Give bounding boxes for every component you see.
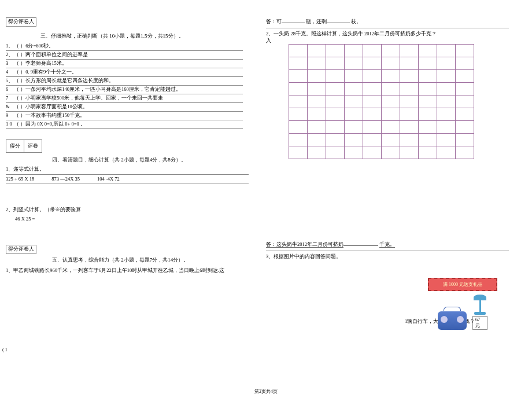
- promo-image: 满 1000 元送支礼品 67 元: [428, 278, 497, 330]
- sec4-sub1: 1、递等式计算。: [6, 166, 249, 173]
- judge-q8: &（ ）小明家客厅面积是10公顷。: [6, 103, 243, 112]
- judge-q9: 9（ ）一本故事书约重150千克。: [6, 112, 243, 120]
- judge-q4: 4（ ）0. 9里有9个十分之一。: [6, 68, 243, 77]
- promo-banner: 满 1000 元送支礼品: [428, 278, 497, 291]
- judge-q10: 1 0（ ）因为 0X 0=0,所以 0+ 0=0 。: [6, 120, 243, 129]
- sec4-sub2: 2、列竖式计算。（带※的要验算: [6, 207, 249, 214]
- radio-icon: [438, 311, 467, 330]
- section-5-title: 五、认真思考，综合能力（共 2小题，每题7分，共14分）。: [52, 256, 249, 264]
- answer-line-2: 答：这头奶牛2012年二月份可挤奶 千克。: [266, 240, 503, 248]
- judge-q6: 6（ ）一条河平均水深140厘米，一匹小马身高是160厘米，它肯定能趟过。: [6, 86, 243, 94]
- left-page-marker: ( 1: [2, 347, 8, 352]
- lamp-icon: 67 元: [472, 295, 487, 330]
- score-box-section4: 得分 评卷: [6, 139, 42, 153]
- answer-line-1: 答：可 瓶，还剩 枝。: [266, 17, 503, 25]
- page-footer: 第2页共4页: [254, 388, 278, 395]
- expression-row: 325 + 65 X 18 873 —24X 35 104 -4X 72: [6, 174, 249, 183]
- price-tag: 67 元: [472, 316, 487, 330]
- judge-q2: 2、（ ）两个面积单位之间的进率是: [6, 51, 243, 60]
- calculation-grid: [289, 45, 503, 159]
- judge-q7: 7（ ）小明家离学校500米，他每天上学、回家，一个来回一共要走: [6, 94, 243, 103]
- judge-q1: 1、（ ）6分=600秒。: [6, 42, 243, 51]
- score-grader-header: 得分评卷人: [6, 17, 36, 27]
- judge-q5: 5、（ ）长方形的周长就是它四条边长度的和。: [6, 77, 243, 86]
- question-3-title: 3、根据图片中的内容回答问题。: [266, 253, 503, 260]
- judge-q3: 3（ ）李老师身高15米。: [6, 60, 243, 68]
- section-3-title: 三、仔细推敲，正确判断（共 10小题，每题1.5分，共15分）。: [40, 32, 249, 40]
- sec4-sub2-expr: 46 X 25 =: [15, 216, 249, 222]
- score-grader-header-5: 得分评卷人: [6, 245, 36, 254]
- question-2: 2、一头奶 28千克。照这样计算，这头奶牛 2012年二月份可挤奶多少千克？: [266, 31, 503, 38]
- sec5-q1: 1、甲乙两城铁路长960千米，一列客车于6月22日上午10时从甲城开往乙城，当日…: [6, 267, 249, 274]
- section-4-title: 四、看清题目，细心计算（共 2小题，每题4分，共8分）。: [52, 156, 249, 164]
